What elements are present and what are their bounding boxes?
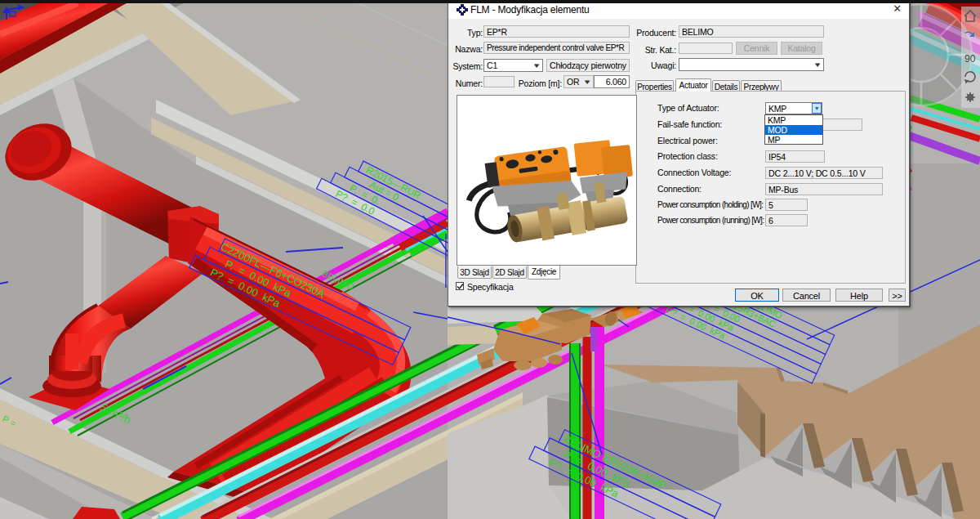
svg-text:90: 90 [964,53,976,65]
